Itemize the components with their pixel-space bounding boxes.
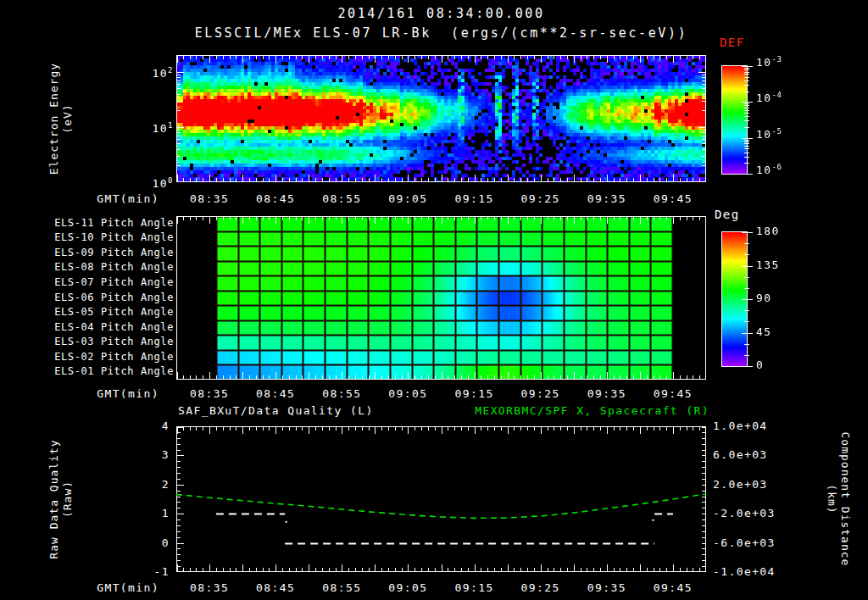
time-tick-label: 09:15 <box>454 581 493 594</box>
time-tick-label: 08:55 <box>322 581 361 594</box>
time-tick-label: 09:15 <box>454 387 493 400</box>
exponent: -3 <box>771 55 782 64</box>
pitch-row-label: ELS-08 Pitch Angle <box>0 261 174 274</box>
instrument-title: ELSSCIL/MEx ELS-07 LR-Bk (ergs/(cm**2-sr… <box>125 27 757 40</box>
exponent: 0 <box>168 176 173 185</box>
exponent: 1 <box>168 121 173 130</box>
raw-quality-tick-label: 4 <box>127 419 170 432</box>
distance-tick-label: 6.0e+03 <box>713 448 768 461</box>
pitch-row-label: ELS-10 Pitch Angle <box>0 231 174 244</box>
distance-tick-label: 2.0e+03 <box>713 478 768 491</box>
def-colorbar-canvas <box>721 65 759 175</box>
time-tick-label: 08:45 <box>256 192 295 205</box>
energy-tick-label: 102 <box>119 64 173 80</box>
time-tick-label: 08:35 <box>190 192 229 205</box>
time-tick-label: 09:35 <box>587 387 626 400</box>
def-colorbar-title: DEF <box>720 36 745 49</box>
pitch-row-label: ELS-03 Pitch Angle <box>0 336 174 348</box>
pitch-row-label: ELS-02 Pitch Angle <box>0 351 174 364</box>
time-tick-label: 08:55 <box>322 192 361 205</box>
quality-right-title: MEXORBMC/SPF X, Spacecraft (R) <box>424 404 709 417</box>
gmt-axis-label-quality: GMT(min) <box>83 581 159 594</box>
def-tick-label: 10-6 <box>756 161 782 176</box>
time-tick-label: 09:05 <box>388 387 427 400</box>
time-tick-label: 09:35 <box>587 192 626 205</box>
time-tick-label: 09:25 <box>521 192 560 205</box>
spectrogram-canvas <box>176 55 706 182</box>
electron-energy-axis-line1: Electron Energy <box>47 63 61 175</box>
time-tick-label: 09:45 <box>654 581 693 594</box>
pitch-row-label: ELS-09 Pitch Angle <box>0 247 174 259</box>
raw-quality-tick-label: 2 <box>127 478 170 491</box>
time-tick-label: 08:35 <box>190 387 229 400</box>
exponent: 2 <box>168 66 173 75</box>
pitch-row-label: ELS-07 Pitch Angle <box>0 276 174 289</box>
deg-tick-label: 45 <box>756 325 771 338</box>
distance-tick-label: 1.0e+04 <box>713 419 768 432</box>
deg-colorbar-canvas <box>721 231 759 367</box>
energy-tick-label: 100 <box>119 175 173 190</box>
distance-tick-label: -1.0e+04 <box>713 565 776 578</box>
pitch-row-label: ELS-01 Pitch Angle <box>0 365 174 378</box>
pitch-row-label: ELS-04 Pitch Angle <box>0 321 174 334</box>
raw-quality-axis-line1: Raw Data Quality <box>47 439 61 558</box>
exponent: -6 <box>771 163 782 171</box>
gmt-axis-label-pitch: GMT(min) <box>83 387 159 400</box>
def-tick-label: 10-5 <box>756 125 782 141</box>
time-tick-label: 09:25 <box>521 387 560 400</box>
component-distance-axis-line1: Component Distance <box>838 432 852 567</box>
time-tick-label: 08:55 <box>322 387 361 400</box>
quality-distance-canvas <box>176 426 706 572</box>
quality-left-title: SAF_BXuT/Data Quality (L) <box>178 404 374 417</box>
distance-tick-label: -6.0e+03 <box>713 536 776 549</box>
time-tick-label: 08:45 <box>256 387 295 400</box>
pitch-angle-canvas <box>176 216 706 380</box>
distance-tick-label: -2.0e+03 <box>713 507 776 519</box>
plot-root: 2014/161 08:34:00.000 ELSSCIL/MEx ELS-07… <box>0 0 868 600</box>
deg-tick-label: 90 <box>756 292 771 304</box>
time-tick-label: 09:05 <box>388 192 427 205</box>
time-tick-label: 09:45 <box>654 387 693 400</box>
time-tick-label: 08:45 <box>256 581 295 594</box>
energy-tick-label: 101 <box>119 119 173 135</box>
raw-quality-axis-line2: (Raw) <box>61 481 75 518</box>
page-title: 2014/161 08:34:00.000 <box>176 8 706 20</box>
exponent: -4 <box>771 91 782 99</box>
time-tick-label: 09:05 <box>388 581 427 594</box>
component-distance-axis-line2: (km) <box>825 484 838 514</box>
deg-tick-label: 0 <box>756 358 764 371</box>
time-tick-label: 09:15 <box>454 192 493 205</box>
raw-quality-tick-label: 0 <box>127 536 170 549</box>
time-tick-label: 09:25 <box>521 581 560 594</box>
raw-data-quality-axis-label: Raw Data Quality (Raw) <box>47 406 75 592</box>
raw-quality-tick-label: -1 <box>127 565 170 578</box>
time-tick-label: 09:35 <box>587 581 626 594</box>
raw-quality-tick-label: 1 <box>127 507 170 519</box>
pitch-row-label: ELS-06 Pitch Angle <box>0 292 174 304</box>
electron-energy-axis-label: Electron Energy (eV) <box>47 25 75 212</box>
exponent: -5 <box>771 127 782 136</box>
deg-colorbar-title: Deg <box>715 208 740 221</box>
deg-tick-label: 135 <box>756 258 780 271</box>
gmt-axis-label-spectrogram: GMT(min) <box>83 192 159 205</box>
def-tick-label: 10-3 <box>756 53 782 69</box>
time-tick-label: 09:45 <box>654 192 693 205</box>
pitch-row-label: ELS-05 Pitch Angle <box>0 306 174 319</box>
electron-energy-axis-line2: (eV) <box>61 103 75 133</box>
component-distance-axis-label: Component Distance (km) <box>825 406 852 592</box>
time-tick-label: 08:35 <box>190 581 229 594</box>
pitch-row-label: ELS-11 Pitch Angle <box>0 217 174 230</box>
raw-quality-tick-label: 3 <box>127 448 170 461</box>
def-tick-label: 10-4 <box>756 89 782 104</box>
deg-tick-label: 180 <box>756 225 780 237</box>
